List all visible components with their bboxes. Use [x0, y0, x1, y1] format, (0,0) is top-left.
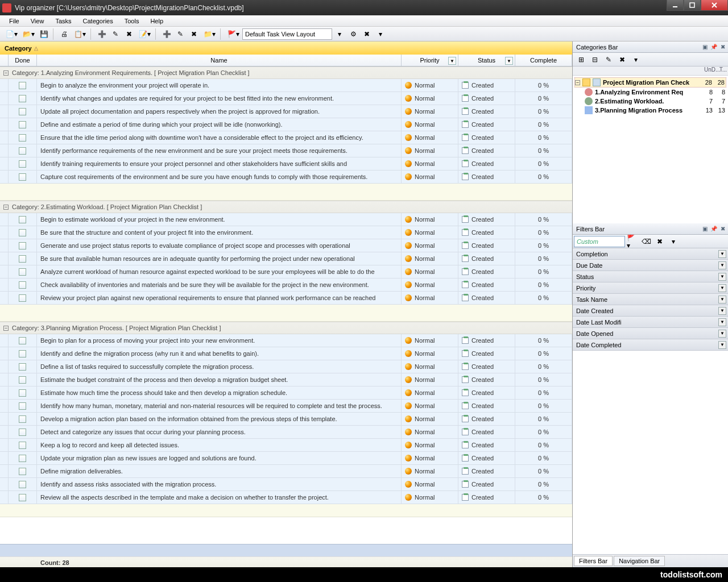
priority-cell[interactable]: Normal — [402, 400, 458, 412]
task-row[interactable]: Update your migration plan as new issues… — [0, 452, 572, 465]
titlebar[interactable]: Vip organizer [C:\Users\dmitry\Desktop\P… — [0, 0, 728, 15]
priority-cell[interactable]: Normal — [402, 426, 458, 438]
status-cell[interactable]: Created — [458, 171, 515, 183]
name-cell[interactable]: Begin to estimate workload of your proje… — [37, 213, 402, 226]
filter-row[interactable]: Priority▼ — [573, 282, 728, 294]
priority-cell[interactable]: Normal — [402, 347, 458, 360]
complete-cell[interactable]: 0 % — [515, 292, 572, 304]
complete-cell[interactable]: 0 % — [515, 105, 572, 118]
task-row[interactable]: Review your project plan against new ope… — [0, 292, 572, 305]
priority-cell[interactable]: Normal — [402, 386, 458, 399]
task-row[interactable]: Begin to analyze the environment your pr… — [0, 79, 572, 92]
edit-cat-button[interactable]: ✎ — [174, 28, 187, 40]
status-cell[interactable]: Created — [458, 360, 515, 373]
complete-cell[interactable]: 0 % — [515, 131, 572, 144]
complete-cell[interactable]: 0 % — [515, 226, 572, 239]
checkbox[interactable] — [19, 402, 26, 410]
status-cell[interactable]: Created — [458, 465, 515, 477]
checkbox[interactable] — [19, 468, 26, 475]
complete-cell[interactable]: 0 % — [515, 426, 572, 438]
complete-cell[interactable]: 0 % — [515, 439, 572, 451]
complete-cell[interactable]: 0 % — [515, 452, 572, 464]
task-row[interactable]: Estimate how much time the process shoul… — [0, 386, 572, 400]
close-panel-icon[interactable]: ✖ — [719, 225, 727, 233]
maximize-button[interactable] — [684, 0, 701, 11]
done-cell[interactable] — [9, 426, 37, 438]
task-row[interactable]: Define migration deliverables.NormalCrea… — [0, 465, 572, 478]
name-cell[interactable]: Define and estimate a period of time dur… — [37, 118, 402, 131]
name-cell[interactable]: Identify and assess risks associated wit… — [37, 478, 402, 490]
done-cell[interactable] — [9, 400, 37, 412]
checkbox[interactable] — [19, 455, 26, 462]
priority-cell[interactable]: Normal — [402, 373, 458, 386]
priority-cell[interactable]: Normal — [402, 452, 458, 464]
status-cell[interactable]: Created — [458, 413, 515, 425]
name-cell[interactable]: Identify and define the migration proces… — [37, 347, 402, 360]
name-cell[interactable]: Detect and categorize any issues that oc… — [37, 426, 402, 438]
checkbox[interactable] — [19, 337, 26, 344]
restore-icon[interactable]: ▣ — [701, 43, 709, 51]
checkbox[interactable] — [19, 108, 26, 115]
priority-cell[interactable]: Normal — [402, 252, 458, 265]
col-done[interactable]: Done — [9, 55, 37, 66]
filter-row[interactable]: Date Last Modifi▼ — [573, 317, 728, 328]
status-cell[interactable]: Created — [458, 239, 515, 252]
checkbox[interactable] — [19, 147, 26, 155]
edit-task-button[interactable]: ✎ — [109, 28, 122, 40]
categories-tree[interactable]: −Project Migration Plan Check28281.Analy… — [573, 76, 728, 223]
done-cell[interactable] — [9, 131, 37, 144]
status-cell[interactable]: Created — [458, 213, 515, 226]
checkbox[interactable] — [19, 82, 26, 89]
task-row[interactable]: Identify training requirements to ensure… — [0, 157, 572, 171]
complete-cell[interactable]: 0 % — [515, 478, 572, 490]
status-cell[interactable]: Created — [458, 426, 515, 438]
cat-more-button[interactable]: ▾ — [630, 53, 642, 66]
priority-cell[interactable]: Normal — [402, 226, 458, 239]
layout-more-icon[interactable]: ▾ — [374, 28, 387, 40]
priority-cell[interactable]: Normal — [402, 105, 458, 118]
status-cell[interactable]: Created — [458, 157, 515, 170]
menu-help[interactable]: Help — [146, 16, 168, 26]
priority-cell[interactable]: Normal — [402, 92, 458, 105]
priority-cell[interactable]: Normal — [402, 360, 458, 373]
minimize-button[interactable] — [667, 0, 684, 11]
chevron-down-icon[interactable]: ▼ — [718, 318, 726, 326]
task-row[interactable]: Identify and assess risks associated wit… — [0, 478, 572, 491]
print-button[interactable]: 🖨 — [58, 28, 71, 40]
cat-edit-button[interactable]: ✎ — [602, 53, 615, 66]
checkbox[interactable] — [19, 160, 26, 168]
category-tree-item[interactable]: 1.Analyzing Environment Req88 — [574, 88, 726, 97]
checkbox[interactable] — [19, 121, 26, 128]
priority-cell[interactable]: Normal — [402, 465, 458, 477]
col-priority[interactable]: Priority▼ — [402, 55, 458, 66]
task-extra-button[interactable]: 📝▾ — [136, 28, 152, 40]
name-cell[interactable]: Be sure that the structure and content o… — [37, 226, 402, 239]
delete-cat-button[interactable]: ✖ — [188, 28, 200, 40]
filter-row[interactable]: Status▼ — [573, 271, 728, 282]
col-complete[interactable]: Complete — [515, 55, 572, 66]
chevron-down-icon[interactable]: ▼ — [718, 341, 726, 349]
complete-cell[interactable]: 0 % — [515, 491, 572, 504]
priority-cell[interactable]: Normal — [402, 79, 458, 92]
status-cell[interactable]: Created — [458, 386, 515, 399]
checkbox[interactable] — [19, 229, 26, 236]
priority-cell[interactable]: Normal — [402, 491, 458, 504]
complete-cell[interactable]: 0 % — [515, 92, 572, 105]
filter-row[interactable]: Date Completed▼ — [573, 339, 728, 351]
cat-expand-button[interactable]: ⊞ — [575, 53, 588, 66]
checkbox[interactable] — [19, 376, 26, 384]
menu-tasks[interactable]: Tasks — [51, 16, 76, 26]
open-button[interactable]: 📂▾ — [20, 28, 36, 40]
checkbox[interactable] — [19, 95, 26, 102]
name-cell[interactable]: Identify how many human, monetary, mater… — [37, 400, 402, 412]
status-cell[interactable]: Created — [458, 292, 515, 304]
checkbox[interactable] — [19, 442, 26, 449]
checkbox[interactable] — [19, 134, 26, 142]
status-cell[interactable]: Created — [458, 265, 515, 278]
task-row[interactable]: Check availability of inventories and ma… — [0, 278, 572, 292]
complete-cell[interactable]: 0 % — [515, 79, 572, 92]
task-row[interactable]: Identify and define the migration proces… — [0, 347, 572, 360]
priority-cell[interactable]: Normal — [402, 213, 458, 226]
delete-task-button[interactable]: ✖ — [123, 28, 135, 40]
complete-cell[interactable]: 0 % — [515, 465, 572, 477]
